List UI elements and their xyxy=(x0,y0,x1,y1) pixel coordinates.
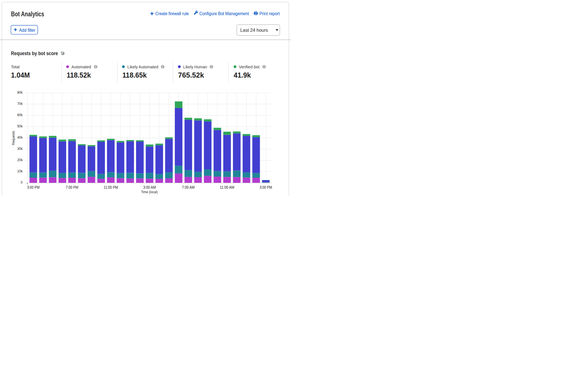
svg-text:Print report: Print report xyxy=(260,11,280,16)
svg-text:Automated: Automated xyxy=(71,64,91,69)
svg-text:Add filter: Add filter xyxy=(19,28,35,33)
svg-text:Total: Total xyxy=(11,64,20,69)
svg-text:Bot Analytics: Bot Analytics xyxy=(11,10,44,18)
svg-text:Last 24 hours: Last 24 hours xyxy=(240,28,268,33)
svg-text:3:00 PM: 3:00 PM xyxy=(260,185,272,190)
svg-text:30k: 30k xyxy=(17,147,23,151)
svg-text:40k: 40k xyxy=(17,136,23,139)
svg-text:3:00 AM: 3:00 AM xyxy=(143,185,156,190)
svg-text:60k: 60k xyxy=(17,113,23,117)
svg-text:50k: 50k xyxy=(17,124,23,128)
svg-text:7:00 AM: 7:00 AM xyxy=(182,185,195,190)
svg-text:1.04M: 1.04M xyxy=(11,71,30,79)
svg-text:7:00 PM: 7:00 PM xyxy=(66,185,78,190)
svg-text:118.52k: 118.52k xyxy=(67,71,91,79)
svg-text:11:00 AM: 11:00 AM xyxy=(220,185,234,190)
svg-text:118.65k: 118.65k xyxy=(122,71,147,79)
svg-text:Verified bot: Verified bot xyxy=(239,64,260,69)
svg-text:70k: 70k xyxy=(17,102,23,106)
svg-text:10k: 10k xyxy=(17,169,23,173)
svg-text:80k: 80k xyxy=(17,91,23,94)
svg-text:3:00 PM: 3:00 PM xyxy=(27,185,40,190)
svg-text:Requests: Requests xyxy=(12,131,15,145)
svg-text:0: 0 xyxy=(21,181,23,184)
svg-text:Likely Automated: Likely Automated xyxy=(127,64,158,69)
svg-text:Create firewall rule: Create firewall rule xyxy=(155,11,189,16)
svg-text:Time (local): Time (local) xyxy=(141,190,158,194)
svg-text:20k: 20k xyxy=(17,158,23,162)
svg-text:Configure Bot Management: Configure Bot Management xyxy=(199,11,249,16)
svg-text:Requests by bot score: Requests by bot score xyxy=(11,50,58,56)
svg-text:Likely Human: Likely Human xyxy=(183,64,207,69)
svg-text:11:00 PM: 11:00 PM xyxy=(104,185,118,190)
svg-text:765.52k: 765.52k xyxy=(178,71,204,79)
svg-text:41.9k: 41.9k xyxy=(234,71,251,79)
